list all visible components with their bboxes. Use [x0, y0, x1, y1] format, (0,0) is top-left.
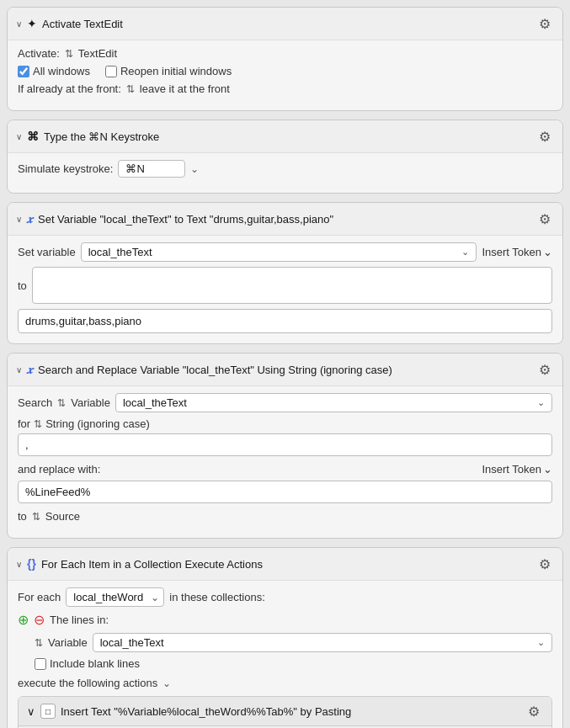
to-row: to	[18, 267, 552, 304]
nested-chevron[interactable]: ∨	[27, 705, 35, 718]
remove-collection-button[interactable]: ⊖	[34, 612, 45, 628]
collapse-chevron3[interactable]: ∨	[16, 215, 22, 224]
block-title3: Set Variable "local_theText" to Text "dr…	[38, 213, 530, 226]
variable-label: Variable	[71, 396, 110, 409]
lines-in-label: The lines in:	[50, 614, 109, 626]
for-each-body: For each local_theWord in these collecti…	[8, 581, 562, 728]
set-variable-body: Set variable local_theText ⌄ Insert Toke…	[8, 236, 562, 343]
already-front-value: leave it at the front	[140, 82, 230, 95]
block-title5: For Each Item in a Collection Execute Ac…	[41, 558, 530, 571]
to-label2: to	[18, 510, 27, 523]
insert-token-label2: Insert Token	[482, 463, 541, 476]
simulate-label: Simulate keystroke:	[18, 162, 113, 175]
add-collection-button[interactable]: ⊕	[18, 612, 29, 628]
simulate-row: Simulate keystroke: ⌘N ⌄	[18, 160, 552, 178]
for-each-row: For each local_theWord in these collecti…	[18, 587, 552, 607]
insert-text-icon: □	[40, 704, 56, 719]
for-each-header: ∨ {} For Each Item in a Collection Execu…	[8, 548, 562, 581]
source-label: Source	[45, 510, 80, 523]
collapse-chevron5[interactable]: ∨	[16, 560, 22, 569]
settings-button5[interactable]: ⚙	[535, 555, 554, 573]
for-each-select[interactable]: local_theWord	[66, 587, 164, 607]
set-variable-label: Set variable	[18, 246, 76, 258]
var-chevron: ⌄	[461, 247, 469, 258]
keystroke-body: Simulate keystroke: ⌘N ⌄	[8, 153, 562, 193]
insert-token-button[interactable]: Insert Token ⌄	[482, 246, 552, 258]
execute-label: execute the following actions	[18, 677, 157, 689]
to-updown: ⇅	[32, 511, 40, 523]
windows-row: All windows Reopen initial windows	[18, 65, 552, 77]
search-label: Search	[18, 396, 52, 409]
search-variable-field[interactable]: local_theText ⌄	[115, 393, 552, 412]
reopen-label: Reopen initial windows	[120, 65, 232, 77]
execute-row: execute the following actions ⌄	[18, 677, 552, 689]
insert-token-label: Insert Token	[482, 246, 541, 258]
include-blank-checkbox[interactable]	[35, 658, 46, 670]
collapse-chevron4[interactable]: ∨	[16, 365, 22, 375]
for-label: for	[18, 417, 30, 430]
search-value-field[interactable]: ,	[18, 433, 552, 456]
keystroke-value: ⌘N	[125, 162, 144, 175]
for-each-select-wrap[interactable]: local_theWord	[66, 587, 164, 607]
include-blank-row: Include blank lines	[18, 657, 552, 670]
insert-token-button2[interactable]: Insert Token ⌄	[482, 463, 552, 476]
all-windows-label: All windows	[33, 65, 90, 77]
search-updown: ⇅	[57, 397, 66, 409]
search-variable-name: local_theText	[123, 396, 187, 409]
include-blank-check[interactable]: Include blank lines	[35, 657, 140, 670]
block-title4: Search and Replace Variable "local_theTe…	[38, 364, 530, 376]
replace-value-field[interactable]: %LineFeed%	[18, 481, 552, 503]
activate-textedit-header: ∨ ✦ Activate TextEdit ⚙	[8, 8, 562, 40]
keystroke-icon: ⌘	[27, 130, 39, 143]
activate-label: Activate:	[18, 47, 60, 60]
to-value-text: drums,guitar,bass,piano	[25, 315, 141, 327]
block-title: Activate TextEdit	[42, 18, 530, 30]
type-keystroke-header: ∨ ⌘ Type the ⌘N Keystroke ⚙	[8, 120, 562, 153]
insert-token-chevron: ⌄	[543, 246, 552, 258]
for-each-block: ∨ {} For Each Item in a Collection Execu…	[7, 547, 563, 728]
keystroke-chevron: ⌄	[190, 163, 199, 175]
reopen-checkbox[interactable]	[105, 66, 117, 77]
up-down-icon: ⇅	[65, 48, 73, 60]
search-replace-block: ∨ 𝒙 Search and Replace Variable "local_t…	[7, 353, 563, 539]
var-updown: ⇅	[35, 637, 43, 649]
to-value-display[interactable]: drums,guitar,bass,piano	[18, 309, 552, 333]
for-updown: ⇅	[34, 418, 42, 430]
variable-name-text: local_theText	[88, 246, 152, 258]
settings-button4[interactable]: ⚙	[535, 360, 554, 379]
keystroke-box[interactable]: ⌘N	[118, 160, 185, 178]
search-replace-header: ∨ 𝒙 Search and Replace Variable "local_t…	[8, 353, 562, 386]
block-title2: Type the ⌘N Keystroke	[44, 130, 530, 143]
to-label: to	[18, 279, 27, 292]
search-replace-body: Search ⇅ Variable local_theText ⌄ for ⇅ …	[8, 386, 562, 538]
settings-button[interactable]: ⚙	[535, 14, 554, 33]
to-value-field[interactable]	[32, 267, 552, 304]
set-variable-header: ∨ 𝒙 Set Variable "local_theText" to Text…	[8, 203, 562, 236]
collection-icon: {}	[27, 557, 36, 571]
settings-button2[interactable]: ⚙	[535, 127, 554, 146]
activate-textedit-block: ∨ ✦ Activate TextEdit ⚙ Activate: ⇅ Text…	[7, 7, 563, 111]
for-variable-name: local_theText	[100, 636, 164, 649]
in-collections-label: in these collections:	[169, 591, 264, 603]
type-keystroke-block: ∨ ⌘ Type the ⌘N Keystroke ⚙ Simulate key…	[7, 120, 563, 194]
replace-label: and replace with:	[18, 463, 100, 476]
nested-header: ∨ □ Insert Text "%Variable%local_theWord…	[19, 697, 551, 726]
string-label: String (ignoring case)	[45, 417, 150, 430]
collapse-chevron[interactable]: ∨	[16, 19, 22, 29]
for-variable-field[interactable]: local_theText ⌄	[93, 633, 552, 652]
variable-name-field[interactable]: local_theText ⌄	[81, 242, 477, 262]
reopen-check[interactable]: Reopen initial windows	[105, 65, 232, 77]
for-string-row: for ⇅ String (ignoring case)	[18, 417, 552, 430]
already-front-label: If already at the front:	[18, 82, 121, 95]
insert-text-nested-block: ∨ □ Insert Text "%Variable%local_theWord…	[18, 696, 552, 728]
all-windows-check[interactable]: All windows	[18, 65, 90, 77]
settings-button3[interactable]: ⚙	[535, 210, 554, 228]
for-each-label: For each	[18, 591, 61, 603]
variable-icon: 𝒙	[27, 212, 33, 226]
activate-textedit-body: Activate: ⇅ TextEdit All windows Reopen …	[8, 40, 562, 110]
nested-settings-button[interactable]: ⚙	[525, 702, 543, 720]
all-windows-checkbox[interactable]	[18, 66, 29, 77]
activate-value: TextEdit	[78, 47, 117, 60]
search-icon: 𝒙	[27, 363, 33, 377]
collapse-chevron2[interactable]: ∨	[16, 132, 22, 141]
